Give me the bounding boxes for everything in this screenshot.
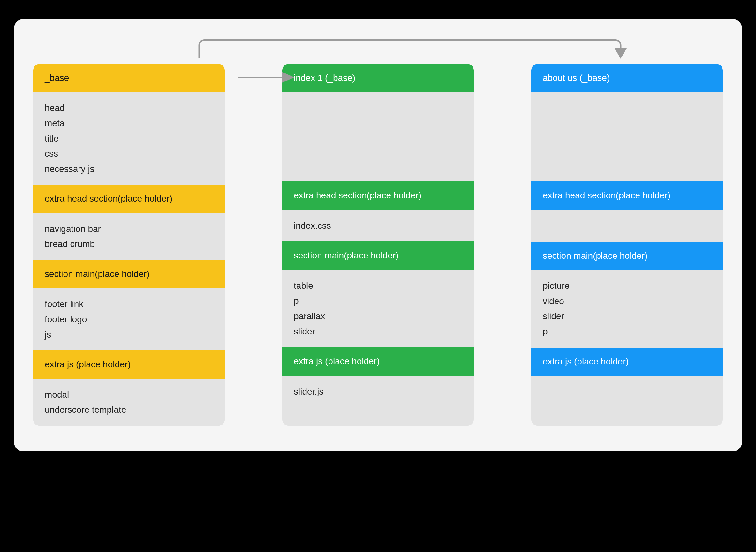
text-line: navigation bar: [45, 222, 213, 237]
text-line: css: [45, 146, 213, 161]
text-line: title: [45, 131, 213, 146]
column-about-section-extra-head: extra head section(place holder): [531, 181, 723, 210]
text-line: slider: [294, 324, 462, 339]
text-line: index.css: [294, 218, 462, 234]
column-about-body-3: [531, 376, 723, 408]
column-about-section-main: section main(place holder): [531, 242, 723, 270]
text-line: p: [294, 293, 462, 309]
column-index-section-extra-js: extra js (place holder): [282, 347, 474, 375]
column-index-section-main: section main(place holder): [282, 242, 474, 270]
column-base-body-3: modal underscore template: [33, 379, 225, 426]
text-line: slider.js: [294, 384, 462, 399]
column-about-body-1: [531, 210, 723, 242]
column-about-body-2: picture video slider p: [531, 270, 723, 347]
column-base-section-extra-head: extra head section(place holder): [33, 185, 225, 213]
column-base-body-1: navigation bar bread crumb: [33, 213, 225, 260]
text-line: necessary js: [45, 161, 213, 177]
text-line: parallax: [294, 309, 462, 324]
column-index-section-extra-head: extra head section(place holder): [282, 181, 474, 210]
text-line: slider: [543, 309, 711, 324]
text-line: video: [543, 294, 711, 309]
column-index-body-0: [282, 92, 474, 181]
column-about-section-extra-js: extra js (place holder): [531, 348, 723, 376]
column-about-body-0: [531, 92, 723, 181]
column-base-section-main: section main(place holder): [33, 260, 225, 288]
text-line: picture: [543, 278, 711, 294]
column-index-title: index 1 (_base): [282, 64, 474, 92]
text-line: footer logo: [45, 312, 213, 327]
column-base-title: _base: [33, 64, 225, 92]
column-base-body-0: head meta title css necessary js: [33, 92, 225, 185]
text-line: table: [294, 278, 462, 294]
column-index-body-3: slider.js: [282, 376, 474, 408]
text-line: p: [543, 324, 711, 339]
column-base-body-2: footer link footer logo js: [33, 288, 225, 351]
column-base-section-extra-js: extra js (place holder): [33, 351, 225, 379]
text-line: head: [45, 100, 213, 116]
column-index: index 1 (_base) extra head section(place…: [282, 64, 474, 426]
column-about: about us (_base) extra head section(plac…: [531, 64, 723, 426]
text-line: underscore template: [45, 402, 213, 418]
text-line: modal: [45, 387, 213, 403]
column-index-body-1: index.css: [282, 210, 474, 242]
column-index-body-2: table p parallax slider: [282, 270, 474, 347]
diagram-canvas: _base head meta title css necessary js e…: [14, 19, 742, 451]
column-about-title: about us (_base): [531, 64, 723, 92]
arrow-base-to-about: [199, 40, 621, 58]
text-line: js: [45, 327, 213, 342]
text-line: bread crumb: [45, 236, 213, 252]
text-line: meta: [45, 116, 213, 131]
column-base: _base head meta title css necessary js e…: [33, 64, 225, 426]
text-line: footer link: [45, 296, 213, 312]
